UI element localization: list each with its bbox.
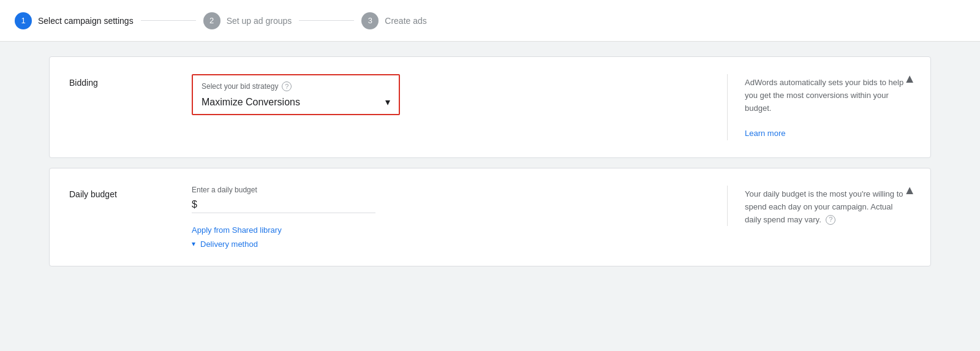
stepper-bar: 1 Select campaign settings 2 Set up ad g…	[0, 0, 980, 42]
bidding-card-body: Select your bid strategy ? Maximize Conv…	[192, 74, 727, 115]
bidding-section-label: Bidding	[69, 74, 192, 88]
step-2-label: Set up ad groups	[227, 16, 292, 26]
daily-budget-hint-text: Your daily budget is the most you're wil…	[745, 188, 911, 226]
step-connector-2	[299, 20, 354, 21]
budget-input-row: $	[192, 199, 375, 213]
daily-budget-collapse-icon[interactable]: ▲	[903, 183, 916, 197]
step-1-circle: 1	[15, 12, 32, 29]
currency-symbol: $	[192, 199, 197, 210]
bid-strategy-dropdown[interactable]: Select your bid strategy ? Maximize Conv…	[192, 74, 400, 115]
bid-strategy-label: Select your bid strategy ?	[202, 81, 390, 91]
delivery-method-label: Delivery method	[200, 240, 258, 249]
step-1: 1 Select campaign settings	[15, 12, 134, 29]
daily-budget-input[interactable]	[202, 199, 361, 210]
step-2-circle: 2	[203, 12, 221, 29]
delivery-method-chevron-icon: ▾	[192, 240, 195, 248]
dropdown-arrow-icon: ▾	[385, 96, 390, 108]
step-connector-1	[141, 20, 196, 21]
daily-budget-hint: Your daily budget is the most you're wil…	[727, 186, 911, 226]
bidding-card: Bidding Select your bid strategy ? Maxim…	[49, 56, 931, 158]
bidding-hint: AdWords automatically sets your bids to …	[727, 74, 911, 140]
bid-strategy-selected-row[interactable]: Maximize Conversions ▾	[202, 96, 390, 108]
learn-more-link[interactable]: Learn more	[745, 129, 785, 138]
bidding-collapse-icon[interactable]: ▲	[903, 72, 916, 86]
apply-shared-library-link[interactable]: Apply from Shared library	[192, 225, 707, 235]
daily-budget-card: Daily budget Enter a daily budget $ Appl…	[49, 168, 931, 266]
step-3-circle: 3	[361, 12, 379, 29]
delivery-method-row[interactable]: ▾ Delivery method	[192, 240, 707, 249]
daily-budget-card-body: Enter a daily budget $ Apply from Shared…	[192, 186, 727, 249]
bidding-card-inner: Bidding Select your bid strategy ? Maxim…	[69, 74, 911, 140]
step-3: 3 Create ads	[361, 12, 426, 29]
main-content: Bidding Select your bid strategy ? Maxim…	[0, 42, 980, 281]
bid-strategy-value: Maximize Conversions	[202, 97, 300, 108]
step-2: 2 Set up ad groups	[203, 12, 292, 29]
step-3-label: Create ads	[385, 16, 426, 26]
step-1-label: Select campaign settings	[38, 16, 134, 26]
bidding-hint-text: AdWords automatically sets your bids to …	[745, 77, 911, 115]
daily-budget-card-inner: Daily budget Enter a daily budget $ Appl…	[69, 186, 911, 249]
bid-strategy-help-icon[interactable]: ?	[282, 81, 292, 91]
budget-input-label: Enter a daily budget	[192, 186, 707, 194]
daily-budget-section-label: Daily budget	[69, 186, 192, 199]
daily-budget-help-icon[interactable]: ?	[826, 215, 835, 225]
